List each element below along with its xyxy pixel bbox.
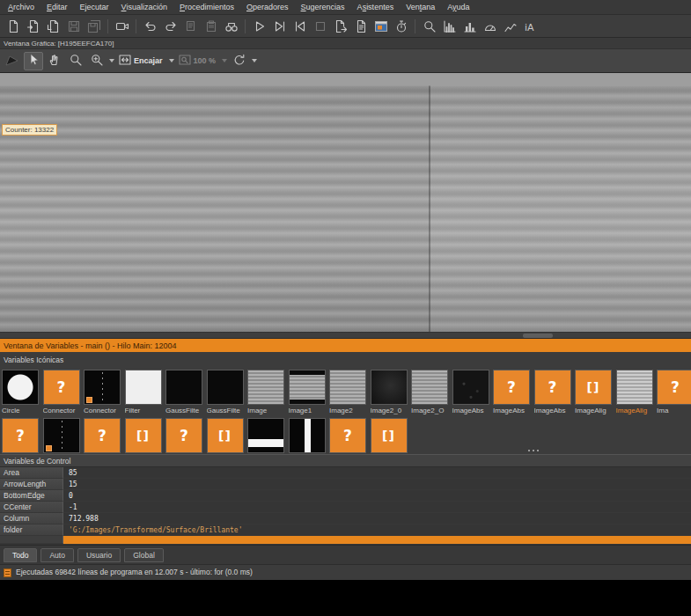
iconic-variable-tile[interactable]: ? <box>2 418 39 453</box>
iconic-variable-tile[interactable]: []ImageAlig <box>575 370 612 414</box>
iconic-variable-tile[interactable]: ? <box>329 418 366 453</box>
variable-name-cell[interactable]: CCenter <box>0 502 63 513</box>
iconic-variable-thumbnail <box>411 370 448 405</box>
iconic-variable-tile[interactable]: GaussFilte <box>165 370 202 414</box>
iconic-variable-tile[interactable]: ImageAlig <box>616 370 653 414</box>
menu-item-ejecutar[interactable]: Ejecutar <box>74 0 115 14</box>
variable-name-cell[interactable]: folder <box>0 524 63 536</box>
menu-item-sugerencias[interactable]: Sugerencias <box>295 0 351 14</box>
toolbar-timer-button[interactable] <box>392 17 410 36</box>
iconic-variable-tile[interactable]: GaussFilte <box>207 370 244 414</box>
variable-name-cell[interactable]: Area <box>0 467 63 479</box>
variable-value-cell[interactable]: 712.988 <box>63 513 691 524</box>
iconic-variables-section-label: Variables Icónicas <box>0 352 691 368</box>
iconic-variable-tile[interactable]: ?ImageAbs <box>493 370 530 414</box>
toolbar-line-chart-button[interactable] <box>501 17 519 36</box>
variable-value-cell[interactable] <box>63 536 691 544</box>
toolbar-histogram-button[interactable] <box>440 17 459 36</box>
reset-view-button[interactable] <box>230 52 249 70</box>
iconic-variable-tile[interactable]: [] <box>371 418 408 453</box>
iconic-variable-tile[interactable]: ? <box>165 418 202 453</box>
iconic-variable-label: ImageAbs <box>452 405 489 414</box>
variable-value-cell[interactable]: 15 <box>63 479 691 490</box>
iconic-variable-tile[interactable]: [] <box>207 418 244 453</box>
fit-button-button[interactable]: Encajar <box>117 52 166 70</box>
variable-value-cell[interactable]: 85 <box>63 467 691 479</box>
menu-item-ayuda[interactable]: Ayuda <box>441 0 475 14</box>
toolbar-open-example-button[interactable] <box>44 17 62 36</box>
iconic-variable-tile[interactable]: ImageAbs <box>452 370 489 414</box>
chevron-down-icon[interactable] <box>109 59 114 62</box>
toolbar-stop-button <box>311 17 329 36</box>
draw-arrow-tool-button[interactable] <box>3 52 22 70</box>
iconic-variable-thumbnail <box>247 418 284 453</box>
iconic-variable-tile[interactable] <box>43 418 80 453</box>
toolbar-step-into-button[interactable] <box>290 17 309 36</box>
iconic-variable-tile[interactable]: Image <box>247 370 284 414</box>
tab-usuario[interactable]: Usuario <box>77 548 121 562</box>
toolbar-open-file-button[interactable] <box>24 17 42 36</box>
toolbar-gauge-button[interactable] <box>481 17 499 36</box>
iconic-variable-tile[interactable]: Image2_O <box>411 370 448 414</box>
toolbar-export-doc-button[interactable] <box>331 17 349 36</box>
toolbar-step-over-button[interactable] <box>270 17 289 36</box>
toolbar-image-window-button[interactable] <box>371 17 390 36</box>
variable-value-cell[interactable]: 0 <box>63 490 691 502</box>
pan-tool-button[interactable] <box>45 52 64 70</box>
iconic-variable-tile[interactable]: Circle <box>2 370 39 414</box>
menu-item-asistentes[interactable]: Asistentes <box>351 0 401 14</box>
menu-item-visualización[interactable]: Visualización <box>115 0 173 14</box>
toolbar-edit-doc-button[interactable] <box>351 17 370 36</box>
toolbar-zoom-button[interactable] <box>420 17 438 36</box>
variables-window-titlebar[interactable]: Ventana de Variables - main () - Hilo Ma… <box>0 338 691 352</box>
iconic-variable-tile[interactable]: Filter <box>125 370 162 414</box>
iconic-variable-tile[interactable]: ?ImageAbs <box>534 370 571 414</box>
variable-value-cell[interactable]: -1 <box>63 502 691 513</box>
toolbar-redo-button[interactable] <box>161 17 180 36</box>
iconic-variable-tile[interactable]: [] <box>125 418 162 453</box>
iconic-variable-tile[interactable]: Connector <box>84 370 121 414</box>
menu-item-procedimientos[interactable]: Procedimientos <box>173 0 240 14</box>
menu-item-editar[interactable]: Editar <box>40 0 74 14</box>
toolbar-camera-button[interactable] <box>113 17 131 36</box>
tab-todo[interactable]: Todo <box>4 548 37 562</box>
menu-item-archivo[interactable]: Archivo <box>2 0 40 14</box>
variables-window-title: Ventana de Variables - main () - Hilo Ma… <box>4 341 176 350</box>
toolbar-run-button[interactable] <box>250 17 268 36</box>
toolbar-undo-button[interactable] <box>141 17 159 36</box>
chevron-down-icon[interactable] <box>169 59 174 62</box>
tab-auto[interactable]: Auto <box>40 548 74 562</box>
panel-scroll-handle[interactable] <box>528 450 544 452</box>
graphics-canvas[interactable]: Counter: 13322 <box>0 73 691 338</box>
toolbar-new-file-button[interactable] <box>4 17 22 36</box>
toolbar-find-button[interactable] <box>222 17 240 36</box>
iconic-variable-tile[interactable]: Image1 <box>289 370 326 414</box>
variable-name-cell[interactable]: BottomEdge <box>0 490 63 502</box>
dotted-line-graphic <box>102 372 103 402</box>
toolbar-text-tool-button[interactable]: iA <box>521 17 540 36</box>
menu-item-operadores[interactable]: Operadores <box>240 0 295 14</box>
iconic-variable-tile[interactable]: Image2 <box>329 370 366 414</box>
iconic-variable-thumbnail: [] <box>575 370 612 405</box>
zoom-rect-tool-button[interactable] <box>87 52 107 70</box>
variable-name-cell[interactable]: Column <box>0 513 63 524</box>
iconic-variable-tile[interactable]: ? <box>84 418 121 453</box>
iconic-variable-tile[interactable]: ?Connector <box>43 370 80 414</box>
chevron-down-icon[interactable] <box>252 59 257 62</box>
zoom-icon <box>69 53 83 69</box>
iconic-variable-thumbnail <box>43 418 80 453</box>
variable-value-cell[interactable]: 'G:/Images/Transformed/Surface/Brillante… <box>63 524 691 536</box>
variable-name-cell[interactable]: ArrowLength <box>0 479 63 490</box>
toolbar-bar-chart-button[interactable] <box>460 17 479 36</box>
menu-item-ventana[interactable]: Ventana <box>400 0 441 14</box>
iconic-variable-tile[interactable]: Image2_0 <box>371 370 408 414</box>
iconic-variable-tile[interactable]: ?Ima <box>657 370 691 414</box>
iconic-variable-tile[interactable] <box>247 418 284 453</box>
zoom-tool-button[interactable] <box>66 52 85 70</box>
variable-name-cell[interactable] <box>0 536 63 544</box>
pointer-tool-button[interactable] <box>24 52 43 70</box>
scrollbar-thumb[interactable] <box>523 334 553 338</box>
tab-global[interactable]: Global <box>124 548 164 562</box>
graphics-horizontal-scrollbar[interactable] <box>0 332 691 338</box>
iconic-variable-tile[interactable] <box>289 418 326 453</box>
